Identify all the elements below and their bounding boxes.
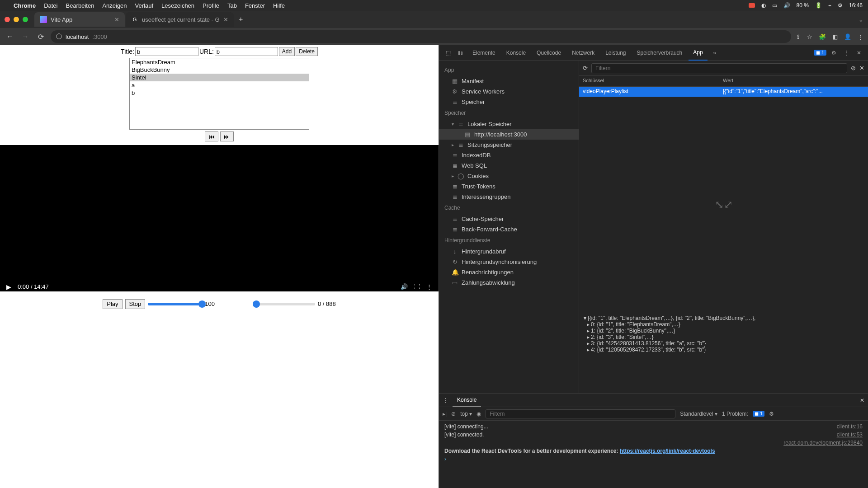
close-drawer-icon[interactable]: ✕ [860,397,864,404]
sidebar-item-interest-groups[interactable]: ≣Interessengruppen [439,192,579,202]
profile-icon[interactable]: 👤 [844,33,851,40]
clear-console-icon[interactable]: ⊘ [451,411,456,417]
log-line[interactable]: [vite] connected. client.ts:53 [439,431,868,439]
preview-line[interactable]: ▸ 4: {id: "120505298472.17233", title: "… [584,347,863,353]
menu-profile[interactable]: Profile [203,2,219,9]
problem-label[interactable]: 1 Problem: [722,411,748,417]
sidebar-item-payment[interactable]: ▭Zahlungsabwicklung [439,277,579,288]
console-tab[interactable]: Konsole [453,394,481,407]
sidebar-item-local-storage[interactable]: ▾≣Lokaler Speicher [439,119,579,129]
volume-icon[interactable]: 🔊 [783,2,790,9]
devtools-link[interactable]: https://reactjs.org/link/react-devtools [620,448,715,454]
preview-line[interactable]: ▸ 2: {id: "3", title: "Sintel",…} [584,334,863,340]
recording-indicator-icon[interactable] [749,3,755,8]
reload-button[interactable]: ⟳ [35,33,46,41]
menu-datei[interactable]: Datei [44,2,57,9]
sidebar-item-origin[interactable]: ▤http://localhost:3000 [439,129,579,140]
prev-track-button[interactable]: ⏮ [205,131,218,141]
sidebar-item-notifications[interactable]: 🔔Benachrichtigungen [439,267,579,277]
close-icon[interactable]: ✕ [859,65,864,71]
log-line[interactable]: [vite] connecting... client.ts:16 [439,422,868,431]
devtools-menu-icon[interactable]: ⋮ [841,50,852,56]
back-button[interactable]: ← [5,33,15,41]
console-menu-icon[interactable]: ⋮ [443,397,448,404]
video-menu-icon[interactable]: ⋮ [426,283,432,290]
menu-hilfe[interactable]: Hilfe [273,2,285,9]
inspect-icon[interactable]: ⬚ [443,50,453,56]
preview-line[interactable]: ▸ 1: {id: "2", title: "BigBuckBunny",…} [584,328,863,334]
disclosure-closed-icon[interactable]: ▸ [452,142,454,147]
disclosure-open-icon[interactable]: ▾ [452,122,454,127]
stop-button[interactable]: Stop [125,299,146,309]
sidebar-item-session-storage[interactable]: ▸≣Sitzungsspeicher [439,140,579,150]
devtools-tab[interactable]: Leistung [601,45,630,61]
list-item[interactable]: ElephantsDream [130,58,309,66]
site-info-icon[interactable]: ⓘ [56,33,62,41]
control-center-icon[interactable]: ⚙ [838,2,843,9]
value-preview[interactable]: ▾ [{id: "1", title: "ElephantsDream",…},… [579,312,868,393]
context-selector[interactable]: top ▾ [460,411,472,417]
sidebar-item-manifest[interactable]: ▦Manifest [439,76,579,86]
wifi-icon[interactable]: ⌁ [828,2,831,9]
column-key[interactable]: Schlüssel [579,76,719,86]
volume-icon[interactable]: 🔊 [401,283,408,290]
devtools-tab[interactable]: Elemente [468,45,500,61]
sidebar-item-service-workers[interactable]: ⚙Service Workers [439,86,579,97]
refresh-icon[interactable]: ⟳ [583,65,588,71]
live-expression-icon[interactable]: ◉ [476,411,481,417]
log-level-selector[interactable]: Standardlevel ▾ [680,411,717,417]
forward-button[interactable]: → [20,33,31,41]
play-icon[interactable]: ▶ [6,283,11,291]
devtools-tab-active[interactable]: App [689,45,707,61]
clock[interactable]: 16:46 [849,2,863,9]
close-tab-icon[interactable]: ✕ [114,16,119,23]
new-tab-button[interactable]: + [235,13,247,26]
settings-icon[interactable]: ⚙ [828,50,839,56]
share-icon[interactable]: ⇪ [796,33,801,40]
play-button[interactable]: Play [103,299,122,309]
storage-row[interactable]: videoPlayerPlaylist [{"id":"1","title":"… [579,87,868,97]
list-item[interactable]: b [130,89,309,97]
app-name[interactable]: Chrome [14,2,36,9]
sidebar-item-trust-tokens[interactable]: ≣Trust-Tokens [439,181,579,192]
log-source[interactable]: client.ts:16 [837,423,863,430]
menu-verlauf[interactable]: Verlauf [135,2,153,9]
close-tab-icon[interactable]: ✕ [223,16,228,23]
next-track-button[interactable]: ⏭ [220,131,234,141]
sidebar-item-cache-storage[interactable]: ≣Cache-Speicher [439,214,579,224]
log-source[interactable]: react-dom.development.js:29840 [783,440,863,446]
delete-button[interactable]: Delete [296,47,318,56]
console-sidebar-icon[interactable]: ▸| [443,411,447,417]
sidepanel-icon[interactable]: ◧ [832,33,838,40]
problem-badge[interactable]: ◼ 1 [753,411,764,417]
devtools-tab[interactable]: Speicherverbrauch [632,45,687,61]
devtools-tab[interactable]: Netzwerk [567,45,599,61]
sidebar-item-cookies[interactable]: ▸◯Cookies [439,171,579,181]
log-line[interactable]: Download the React DevTools for a better… [439,447,868,455]
maximize-window-button[interactable] [23,17,28,22]
video-player[interactable]: ▶ 0:00 / 14:47 🔊 ⛶ ⋮ Play Stop 100 [0,145,439,317]
preview-line[interactable]: ▸ 3: {id: "425428031413.81256", title: "… [584,340,863,347]
log-line[interactable]: react-dom.development.js:29840 [439,439,868,447]
menu-bearbeiten[interactable]: Bearbeiten [66,2,94,9]
storage-empty-area[interactable]: ⤡⤢ [579,97,868,312]
browser-tab[interactable]: G useeffect get current state - G ✕ [126,12,234,27]
browser-tab-active[interactable]: Vite App ✕ [34,12,125,27]
sidebar-item-indexeddb[interactable]: ≣IndexedDB [439,150,579,160]
preview-line[interactable]: ▸ 0: {id: "1", title: "ElephantsDream",…… [584,321,863,328]
sidebar-item-bfcache[interactable]: ≣Back-Forward-Cache [439,224,579,235]
add-button[interactable]: Add [279,47,295,56]
address-bar[interactable]: ⓘ localhost:3000 [51,30,791,43]
sidebar-item-speicher[interactable]: ≣Speicher [439,97,579,107]
clear-icon[interactable]: ⊘ [851,65,856,71]
menu-anzeigen[interactable]: Anzeigen [102,2,127,9]
device-toggle-icon[interactable]: ⫿⫾ [455,50,466,56]
more-tabs-icon[interactable]: » [709,50,720,56]
tab-overflow-icon[interactable]: ⌄ [854,16,868,23]
fullscreen-icon[interactable]: ⛶ [414,283,420,290]
sidebar-item-background-sync[interactable]: ↻Hintergrundsynchronisierung [439,257,579,267]
close-window-button[interactable] [5,17,10,22]
battery-icon[interactable]: 🔋 [815,2,822,9]
battery-percent[interactable]: 80 % [797,2,809,9]
console-settings-icon[interactable]: ⚙ [769,411,774,417]
